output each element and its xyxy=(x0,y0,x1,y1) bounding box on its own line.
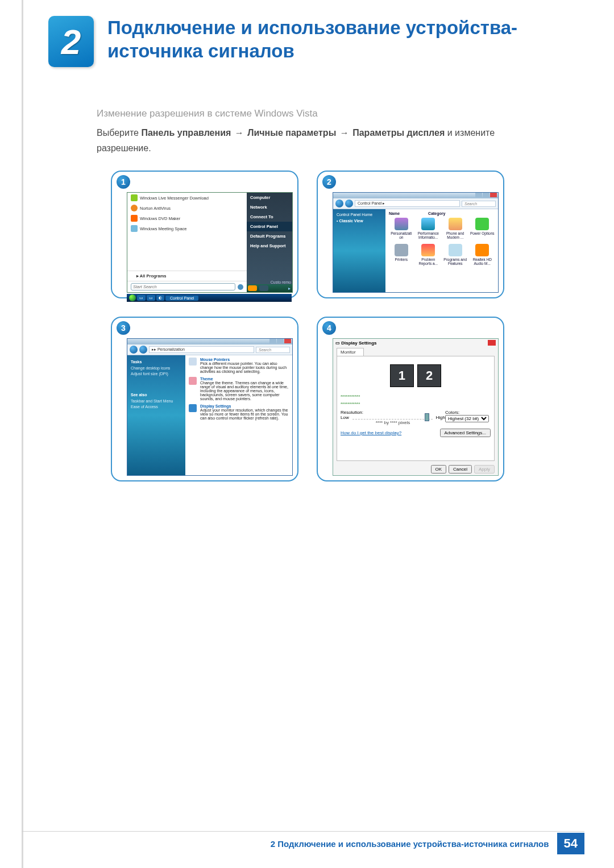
step-badge: 1 xyxy=(117,175,130,189)
sidebar-link[interactable]: Taskbar and Start Menu xyxy=(131,399,182,403)
cp-item[interactable]: Printers xyxy=(389,244,414,265)
start-menu-item[interactable]: Windows Live Messenger Download xyxy=(127,193,247,203)
apply-button[interactable]: Apply xyxy=(474,465,495,474)
cp-icon-grid: Personalizati on Performance Informatio.… xyxy=(389,218,495,265)
forward-icon[interactable] xyxy=(139,346,147,354)
back-icon[interactable] xyxy=(335,200,343,207)
quicklaunch-icon[interactable]: ▭ xyxy=(147,295,155,301)
advanced-settings-button[interactable]: Advanced Settings... xyxy=(440,429,491,437)
minimize-icon[interactable] xyxy=(269,339,276,343)
colors-label: Colors: xyxy=(445,410,491,415)
performance-icon xyxy=(421,218,435,230)
sidebar-link[interactable]: Ease of Access xyxy=(131,405,182,409)
item-title: Theme xyxy=(200,377,289,381)
display-icon: ▭ xyxy=(335,340,341,346)
cp-item-personalization[interactable]: Personalizati on xyxy=(389,218,414,239)
pz-item-display-settings[interactable]: Display SettingsAdjust your monitor reso… xyxy=(189,404,289,420)
arrow-icon: → xyxy=(339,128,350,138)
start-right-item[interactable]: Help and Support xyxy=(247,241,292,251)
cp-item[interactable]: Performance Informatio... xyxy=(416,218,441,239)
ok-button[interactable]: OK xyxy=(431,465,447,474)
instruction-text: Выберите Панель управления → Личные пара… xyxy=(97,125,551,156)
maximize-icon[interactable] xyxy=(483,193,489,197)
step-badge: 4 xyxy=(322,321,336,335)
personalization-icon xyxy=(395,218,408,230)
lock-icon[interactable] xyxy=(259,285,268,291)
item-title: Mouse Pointers xyxy=(200,358,289,362)
start-right-item[interactable]: Connect To xyxy=(247,212,292,222)
pz-item-theme[interactable]: ThemeChange the theme. Themes can change… xyxy=(189,377,289,401)
chevron-right-icon[interactable]: ▸ xyxy=(288,286,292,291)
pz-item-mouse-pointers[interactable]: Mouse PointersPick a different mouse poi… xyxy=(189,358,289,373)
messenger-icon xyxy=(131,194,138,201)
search-input[interactable]: Search xyxy=(256,347,290,353)
start-menu-item[interactable]: Norton AntiVirus xyxy=(127,203,247,213)
start-orb-icon[interactable] xyxy=(129,294,136,301)
monitor-preview: 1 2 xyxy=(390,364,442,387)
cp-item[interactable]: Programs and Features xyxy=(443,244,468,265)
search-input[interactable] xyxy=(131,283,235,290)
screenshot-step-2: 2 Control Panel ▸ Search Control Panel H… xyxy=(317,171,504,298)
cp-item[interactable]: Phone and Modem ... xyxy=(443,218,468,239)
cancel-button[interactable]: Cancel xyxy=(449,465,472,474)
start-right-item[interactable]: Computer xyxy=(247,193,292,202)
monitor-1[interactable]: 1 xyxy=(390,364,414,387)
column-header[interactable]: Name xyxy=(389,211,400,215)
label: All Programs xyxy=(140,273,167,279)
resolution-label: Resolution: xyxy=(341,410,445,415)
screenshot-step-3: 3 ▸▸ Personalization Search Tasks xyxy=(111,317,298,481)
start-right-item[interactable]: Default Programs xyxy=(247,231,292,241)
close-icon[interactable] xyxy=(490,193,497,197)
cp-item[interactable]: Realtek HD Audio M... xyxy=(470,244,495,265)
dialog-buttons: OK Cancel Apply xyxy=(333,463,498,475)
start-right-item[interactable]: Network xyxy=(247,202,292,212)
start-right-item-control-panel[interactable]: Control Panel xyxy=(247,222,292,231)
screenshot-step-1: 1 Windows Live Messenger Download Norton… xyxy=(111,171,298,298)
arrow-icon: → xyxy=(234,128,245,138)
path-step: Панель управления xyxy=(141,128,231,138)
quicklaunch-icon[interactable]: ▭ xyxy=(137,295,146,301)
cp-item[interactable]: Problem Reports a... xyxy=(416,244,441,265)
ds-panel: 1 2 *********** *********** Resolution: … xyxy=(337,356,495,461)
item-desc: Pick a different mouse pointer. You can … xyxy=(200,362,289,373)
sidebar-link[interactable]: Change desktop icons xyxy=(131,366,182,370)
personalization-window: ▸▸ Personalization Search Tasks Change d… xyxy=(127,338,293,476)
chapter-badge: 2 xyxy=(48,16,94,67)
search-input[interactable]: Search xyxy=(462,201,496,207)
all-programs[interactable]: ▸ All Programs xyxy=(127,271,247,281)
tab-monitor[interactable]: Monitor xyxy=(337,348,364,356)
breadcrumb[interactable]: ▸▸ Personalization xyxy=(149,346,254,353)
monitor-2[interactable]: 2 xyxy=(417,364,441,387)
meeting-icon xyxy=(131,225,138,232)
search-icon[interactable] xyxy=(238,284,243,290)
breadcrumb[interactable]: Control Panel ▸ xyxy=(355,200,460,207)
sidebar-item-home[interactable]: Control Panel Home xyxy=(337,213,382,217)
start-menu-item[interactable]: Windows Meeting Space xyxy=(127,223,247,234)
quicklaunch-icon[interactable]: ◐ xyxy=(156,295,164,301)
maximize-icon[interactable] xyxy=(277,339,284,343)
forward-icon[interactable] xyxy=(345,200,353,207)
column-header[interactable]: Category xyxy=(428,211,445,215)
slider-thumb[interactable] xyxy=(425,413,429,421)
start-menu-item[interactable]: Windows DVD Maker xyxy=(127,213,247,223)
back-icon[interactable] xyxy=(130,346,138,354)
taskbar-button[interactable]: Control Panel xyxy=(165,296,198,301)
close-icon[interactable] xyxy=(488,340,496,346)
colors-select[interactable]: Highest (32 bit) xyxy=(445,415,489,422)
cp-item[interactable]: Power Options xyxy=(470,218,495,239)
sidebar-item-classic-view[interactable]: • Classic View xyxy=(337,219,382,223)
resolution-slider[interactable] xyxy=(352,416,433,420)
sidebar-heading: Tasks xyxy=(131,360,182,364)
window-titlebar xyxy=(333,193,498,198)
window-title: Display Settings xyxy=(341,340,376,346)
cp-sidebar: Control Panel Home • Classic View xyxy=(333,209,385,292)
power-icon[interactable] xyxy=(248,285,257,291)
sidebar-link[interactable]: Adjust font size (DPI) xyxy=(131,372,182,376)
minimize-icon[interactable] xyxy=(475,193,482,197)
help-link[interactable]: How do I get the best display? xyxy=(341,430,401,435)
power-buttons[interactable]: ▸ xyxy=(247,284,292,292)
close-icon[interactable] xyxy=(284,339,291,343)
sidebar-heading: See also xyxy=(131,393,182,397)
reports-icon xyxy=(421,244,435,256)
start-menu-left: Windows Live Messenger Download Norton A… xyxy=(127,193,247,292)
